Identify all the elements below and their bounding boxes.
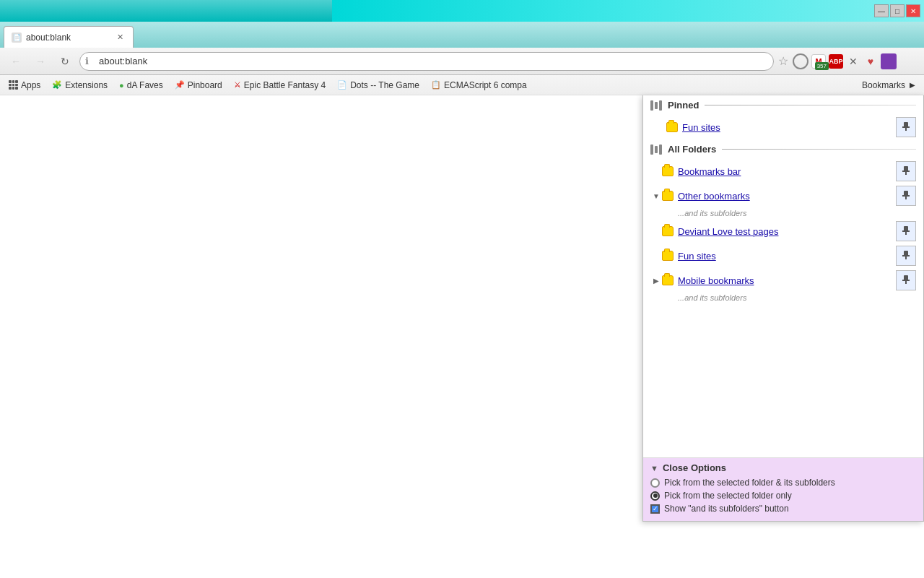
section-bar-6 — [659, 144, 662, 155]
mobile-bookmarks-folder-name[interactable]: Mobile bookmarks — [678, 275, 896, 286]
section-bar-2 — [655, 102, 658, 109]
bookmarks-bar-dots[interactable]: 📄 Dots -- The Game — [333, 79, 424, 92]
fun-sites-child-folder-name[interactable]: Fun sites — [678, 251, 896, 262]
pin-icon — [902, 275, 910, 285]
other-bookmarks-folder-icon — [662, 191, 674, 201]
fun-sites-pinned-name[interactable]: Fun sites — [682, 122, 896, 133]
bookmarks-bar-pin-button[interactable] — [896, 161, 916, 181]
deviant-love-folder-name[interactable]: Deviant Love test pages — [678, 226, 896, 237]
maximize-button[interactable]: □ — [890, 4, 905, 17]
ext-icon-purple[interactable] — [881, 53, 897, 69]
svg-rect-6 — [904, 191, 908, 196]
pin-icon — [902, 166, 910, 176]
close-button[interactable]: ✕ — [906, 4, 920, 17]
svg-rect-3 — [904, 166, 908, 171]
deviant-love-folder-icon — [662, 226, 674, 236]
bookmarks-bar: Apps 🧩 Extensions ● dA Faves 📌 Pinboard … — [0, 75, 924, 95]
address-bar-wrapper: ℹ — [79, 52, 774, 71]
minimize-button[interactable]: — — [874, 4, 889, 17]
extensions-label: Extensions — [65, 80, 108, 90]
close-option-radio-2[interactable] — [650, 491, 660, 501]
bookmarks-bar-folder-row[interactable]: ▶ Bookmarks bar — [643, 159, 923, 184]
chrome-menu-button[interactable] — [901, 51, 918, 72]
pinned-section-header: Pinned — [643, 95, 923, 115]
bookmarks-bar-da-faves[interactable]: ● dA Faves — [115, 79, 167, 92]
ext-icon-heart[interactable]: ♥ — [863, 54, 878, 69]
ext-icon-gmail[interactable]: M 357 — [811, 54, 826, 69]
close-option-row-2[interactable]: Pick from the selected folder only — [650, 491, 916, 501]
fun-sites-child-folder-row[interactable]: Fun sites — [643, 243, 923, 268]
ext-icon-circle[interactable] — [793, 53, 808, 69]
bookmarks-bar-folder-name[interactable]: Bookmarks bar — [678, 166, 896, 177]
svg-rect-15 — [904, 275, 908, 280]
reload-button[interactable]: ↻ — [55, 51, 75, 72]
close-options-title: Close Options — [663, 462, 726, 473]
svg-rect-0 — [904, 122, 908, 127]
svg-rect-12 — [904, 251, 908, 256]
active-tab[interactable]: 📄 about:blank ✕ — [4, 26, 134, 48]
other-bookmarks-folder-name[interactable]: Other bookmarks — [678, 191, 896, 202]
ext-icon-x[interactable]: ✕ — [846, 54, 860, 69]
ext-icon-abp[interactable]: ABP — [829, 54, 843, 69]
tab-favicon: 📄 — [12, 33, 22, 43]
da-faves-label: dA Faves — [127, 80, 163, 90]
panel-items: Pinned Fun sites — [643, 95, 923, 457]
forward-button[interactable]: → — [30, 51, 51, 72]
other-bookmarks-toggle[interactable]: ▼ — [650, 190, 662, 202]
ebf4-label: Epic Battle Fantasy 4 — [244, 80, 326, 90]
close-option-checkbox-3[interactable]: ✓ — [650, 504, 660, 514]
all-folders-section-header: All Folders — [643, 139, 923, 159]
other-bookmarks-folder-row[interactable]: ▼ Other bookmarks — [643, 184, 923, 208]
close-option-radio-1[interactable] — [650, 478, 660, 488]
title-bar: Pikadude — □ ✕ — [0, 0, 924, 22]
mobile-bookmarks-toggle[interactable]: ▶ — [650, 275, 662, 286]
back-button[interactable]: ← — [6, 51, 26, 72]
tab-bar: 📄 about:blank ✕ — [0, 22, 924, 48]
other-bookmarks-subfolder-hint: ...and its subfolders — [643, 208, 923, 219]
pin-icon — [902, 122, 910, 132]
ecma-label: ECMAScript 6 compa — [444, 80, 527, 90]
close-option-label-3: Show "and its subfolders" button — [664, 504, 789, 514]
bookmarks-bar-folder-toggle[interactable]: ▶ — [650, 165, 662, 177]
da-faves-icon: ● — [119, 81, 124, 90]
bookmarks-bar-ebf4[interactable]: ⚔ Epic Battle Fantasy 4 — [230, 79, 330, 92]
bookmarks-overflow[interactable]: Bookmarks ▶ — [858, 79, 920, 92]
gmail-badge: 357 — [815, 62, 829, 70]
pin-icon — [902, 226, 910, 236]
ebf4-icon: ⚔ — [234, 80, 241, 90]
bookmarks-bar-extensions[interactable]: 🧩 Extensions — [48, 79, 112, 92]
pinned-fun-sites[interactable]: Fun sites — [643, 115, 923, 139]
mobile-bookmarks-folder-row[interactable]: ▶ Mobile bookmarks — [643, 268, 923, 293]
tab-close-button[interactable]: ✕ — [114, 32, 126, 43]
bookmarks-bar-ecma[interactable]: 📋 ECMAScript 6 compa — [427, 79, 531, 92]
close-option-row-3[interactable]: ✓ Show "and its subfolders" button — [650, 504, 916, 514]
mobile-bookmarks-pin-button[interactable] — [896, 270, 916, 290]
pinboard-label: Pinboard — [188, 80, 222, 90]
pinned-section-icon — [650, 100, 662, 111]
bookmarks-overflow-label: Bookmarks — [862, 80, 905, 90]
deviant-love-pin-button[interactable] — [896, 221, 916, 241]
bookmark-star-icon[interactable]: ☆ — [778, 54, 788, 68]
all-folders-section-title: All Folders — [668, 144, 716, 155]
tab-title: about:blank — [26, 33, 71, 43]
close-option-row-1[interactable]: Pick from the selected folder & its subf… — [650, 478, 916, 488]
ecma-icon: 📋 — [431, 80, 441, 90]
close-options-header: ▼ Close Options — [650, 462, 916, 473]
fun-sites-pin-button[interactable] — [896, 117, 916, 137]
address-input[interactable] — [79, 52, 774, 71]
other-bookmarks-pin-button[interactable] — [896, 186, 916, 206]
anime-background — [332, 0, 924, 22]
dots-icon: 📄 — [337, 80, 347, 90]
extensions-icon: 🧩 — [52, 80, 62, 90]
fun-sites-child-pin-button[interactable] — [896, 246, 916, 266]
mobile-bookmarks-subfolder-hint: ...and its subfolders — [643, 293, 923, 303]
pinned-section-title: Pinned — [668, 100, 699, 111]
deviant-love-folder-row[interactable]: Deviant Love test pages — [643, 219, 923, 243]
section-bar-3 — [659, 100, 662, 111]
bookmarks-bar-pinboard[interactable]: 📌 Pinboard — [170, 79, 227, 92]
pinned-section-line — [705, 105, 916, 105]
pin-icon — [902, 251, 910, 261]
bookmarks-bar-folder-icon — [662, 166, 674, 176]
close-options-toggle-icon[interactable]: ▼ — [650, 464, 658, 473]
bookmarks-bar-apps[interactable]: Apps — [4, 79, 45, 92]
